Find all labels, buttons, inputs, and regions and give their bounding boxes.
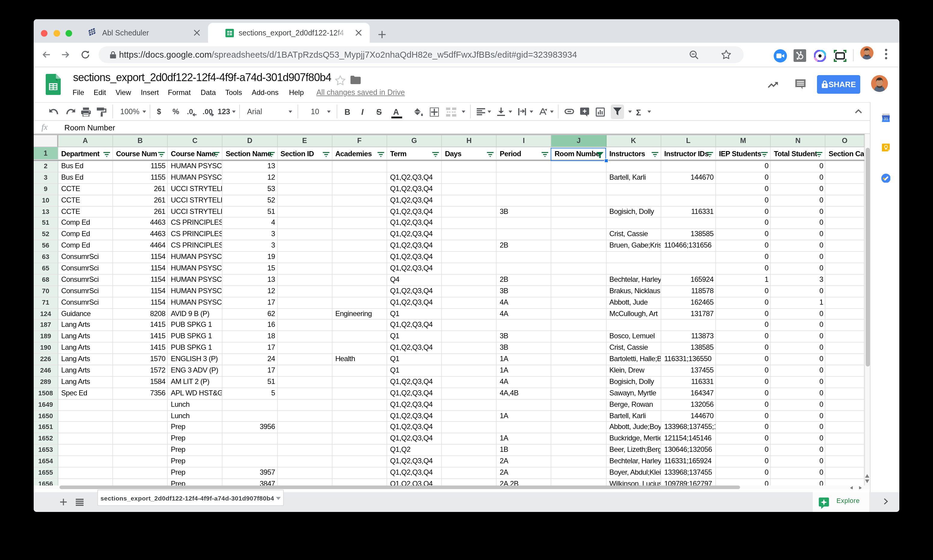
svg-text:31: 31 [884,116,888,121]
